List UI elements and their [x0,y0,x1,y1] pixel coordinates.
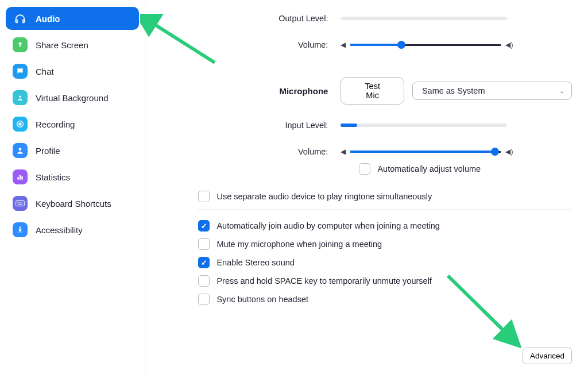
statistics-icon [13,169,28,184]
mic-volume-slider[interactable]: ◀ ◀) [341,148,513,156]
auto-adjust-label: Automatically adjust volume [377,164,481,173]
chevron-down-icon: ⌄ [559,87,564,95]
sidebar-item-label: Keyboard Shortcuts [36,199,111,209]
keyboard-icon [13,196,28,211]
stereo-checkbox[interactable]: ✓ [198,257,210,268]
svg-rect-7 [16,200,25,206]
output-volume-label: Volume: [145,40,341,49]
sidebar-item-accessibility[interactable]: Accessibility [6,218,139,241]
sidebar-item-label: Chat [36,67,54,76]
stereo-label: Enable Stereo sound [216,258,294,267]
output-volume-slider[interactable]: ◀ ◀) [341,41,513,49]
volume-high-icon: ◀) [505,148,513,156]
share-screen-icon [13,37,28,52]
svg-rect-5 [20,175,21,180]
sidebar-item-statistics[interactable]: Statistics [6,165,139,188]
sidebar-item-profile[interactable]: Profile [6,139,139,162]
svg-rect-12 [18,204,22,205]
mic-volume-label: Volume: [145,147,341,156]
auto-join-checkbox[interactable]: ✓ [198,220,210,232]
auto-adjust-checkbox[interactable] [359,163,370,175]
advanced-button[interactable]: Advanced [523,348,572,364]
virtual-background-icon [13,90,28,105]
svg-rect-6 [21,176,22,180]
sidebar-item-label: Audio [36,14,60,24]
audio-settings-panel: Output Level: Volume: ◀ ◀) Microphone Te… [145,0,588,378]
auto-join-label: Automatically join audio by computer whe… [216,221,440,230]
sidebar-item-label: Profile [36,146,60,156]
input-level-meter [341,124,507,127]
svg-rect-10 [20,202,21,202]
sidebar-item-chat[interactable]: Chat [6,60,139,83]
input-level-label: Input Level: [145,121,341,130]
headphones-icon [13,11,28,26]
mic-device-select[interactable]: Same as System ⌄ [412,82,572,100]
microphone-section-label: Microphone [145,86,341,96]
sidebar-item-label: Accessibility [36,225,83,235]
settings-sidebar: Audio Share Screen Chat Virtual Backgrou… [0,0,145,378]
volume-low-icon: ◀ [341,41,346,49]
output-level-label: Output Level: [145,14,341,23]
sync-headset-label: Sync buttons on headset [216,295,308,304]
svg-point-2 [19,123,21,125]
svg-point-0 [19,96,21,98]
accessibility-icon [13,222,28,237]
sidebar-item-recording[interactable]: Recording [6,113,139,136]
test-mic-button[interactable]: Test Mic [341,77,404,105]
separator [198,209,572,210]
svg-rect-9 [18,202,19,202]
ringtone-label: Use separate audio device to play ringto… [216,192,432,201]
svg-point-3 [19,148,22,151]
sidebar-item-virtual-background[interactable]: Virtual Background [6,86,139,109]
output-level-meter [341,17,507,20]
mute-join-checkbox[interactable] [198,238,210,250]
sidebar-item-share-screen[interactable]: Share Screen [6,33,139,56]
sync-headset-checkbox[interactable] [198,294,210,305]
recording-icon [13,117,28,132]
sidebar-item-label: Virtual Background [36,93,108,103]
profile-icon [13,143,28,158]
volume-low-icon: ◀ [341,148,346,156]
ringtone-checkbox[interactable] [198,191,210,202]
volume-high-icon: ◀) [505,41,513,49]
space-unmute-checkbox[interactable] [198,275,210,287]
svg-rect-11 [22,202,22,202]
space-unmute-label: Press and hold SPACE key to temporarily … [216,276,432,286]
sidebar-item-label: Statistics [36,172,70,182]
sidebar-item-keyboard-shortcuts[interactable]: Keyboard Shortcuts [6,192,139,215]
mute-join-label: Mute my microphone when joining a meetin… [216,240,382,249]
mic-device-selected: Same as System [422,86,485,95]
svg-rect-4 [17,177,18,180]
svg-rect-8 [17,202,18,202]
chat-icon [13,64,28,79]
svg-point-13 [20,226,21,228]
sidebar-item-label: Recording [36,119,75,129]
sidebar-item-audio[interactable]: Audio [6,7,139,30]
sidebar-item-label: Share Screen [36,40,88,50]
